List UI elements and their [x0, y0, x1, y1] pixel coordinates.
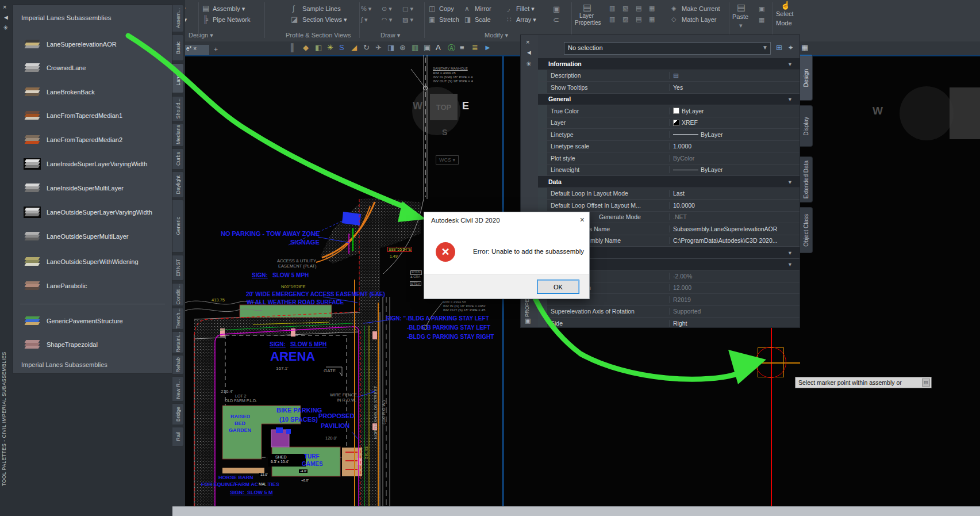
toolbar-icon[interactable]: ◆	[303, 43, 309, 52]
close-icon[interactable]: ×	[193, 45, 197, 52]
tab-rehab[interactable]: Rehab	[172, 355, 184, 374]
ribbon-button[interactable]: Properties	[575, 20, 601, 26]
ribbon-icon[interactable]: ▦	[759, 16, 764, 24]
toolbar-icon[interactable]: ◢	[351, 43, 357, 52]
tab-daylight[interactable]: Daylight	[172, 171, 184, 198]
ribbon-icon[interactable]: ▨	[622, 16, 628, 23]
ribbon-icon[interactable]: ▧	[622, 5, 628, 12]
autohide-icon[interactable]: ◄	[526, 49, 532, 56]
property-value[interactable]: XREF	[669, 119, 800, 126]
viewcube-east[interactable]: E	[462, 100, 469, 112]
ribbon-icon[interactable]: ▦	[649, 5, 655, 12]
toolbar-icon[interactable]: A	[436, 43, 441, 52]
ribbon-button[interactable]: Paste	[732, 13, 748, 20]
toolbar-icon[interactable]: ⊛	[399, 43, 406, 52]
property-value[interactable]: 12.000	[669, 284, 800, 291]
select-objects-icon[interactable]: ⌖	[789, 43, 793, 52]
toolbar-icon[interactable]: ◨	[387, 43, 394, 52]
tab-design[interactable]: Design	[800, 55, 813, 101]
ribbon-icon[interactable]: ▤	[583, 2, 591, 13]
toolbar-icon[interactable]: ≣	[472, 43, 478, 52]
chevron-down-icon[interactable]: ▾	[789, 95, 791, 102]
tab-should[interactable]: Should...	[172, 96, 184, 121]
ribbon-icon[interactable]: ∫ ▾	[361, 16, 368, 24]
tab-basic[interactable]: Basic	[172, 35, 184, 61]
quick-select-icon[interactable]: ▦	[801, 43, 808, 52]
tab-generic[interactable]: Generic	[172, 200, 184, 253]
toolbar-icon[interactable]: ↻	[363, 43, 370, 52]
ribbon-button[interactable]: Fillet ▾	[516, 5, 535, 13]
ribbon-icon[interactable]: ◈	[671, 5, 676, 12]
ribbon-button[interactable]: Select	[776, 10, 794, 17]
ok-button[interactable]: OK	[537, 280, 579, 294]
tab-curbs[interactable]: Curbs	[172, 148, 184, 170]
chevron-down-icon[interactable]: ▾	[789, 261, 791, 267]
close-icon[interactable]: ×	[526, 39, 529, 45]
drawing-file-tab[interactable]: e* ×	[184, 45, 209, 55]
toolbar-icon[interactable]: ▥	[412, 43, 418, 52]
ribbon-icon[interactable]: ◇	[671, 16, 676, 23]
ribbon-icon[interactable]: ╠	[203, 15, 208, 24]
ribbon-button[interactable]: Mode	[776, 20, 792, 26]
toolbar-icon[interactable]: ✳	[327, 43, 333, 52]
toolbar-icon[interactable]: S	[339, 43, 344, 52]
property-value[interactable]: ByColor	[669, 155, 800, 162]
tab-object-class[interactable]: Object Class	[800, 207, 813, 253]
chevron-down-icon[interactable]: ▾	[789, 60, 791, 67]
property-value[interactable]: Subassembly.LaneSuperelevationAOR	[669, 225, 800, 232]
tab-retaini[interactable]: Retaini...	[172, 331, 184, 353]
property-value[interactable]: 10.0000	[669, 202, 800, 209]
ribbon-icon[interactable]: ▢ ▾	[402, 5, 413, 13]
chevron-down-icon[interactable]: ▾	[789, 249, 791, 256]
property-value[interactable]: 1.0000	[669, 143, 800, 150]
new-tab-button[interactable]: +	[214, 45, 218, 53]
toolbar-icon[interactable]: ▌	[291, 43, 296, 52]
property-value[interactable]: ByLayer	[669, 108, 800, 114]
ribbon-button[interactable]: Assembly ▾	[213, 5, 245, 13]
gear-icon[interactable]: ✳	[3, 24, 8, 32]
ribbon-icon[interactable]: ▤	[737, 2, 745, 13]
ribbon-icon[interactable]: ∷	[507, 16, 512, 24]
toolbar-icon[interactable]: ►	[484, 43, 491, 52]
ribbon-button[interactable]: Sample Lines	[302, 5, 341, 12]
ribbon-button[interactable]: Layer	[579, 13, 594, 19]
ribbon-icon[interactable]: ◨	[464, 16, 471, 24]
ribbon-button[interactable]: Scale	[475, 16, 491, 23]
property-section-header[interactable]: Data▾	[538, 176, 800, 188]
close-icon[interactable]: ×	[3, 3, 6, 10]
ribbon-icon[interactable]: ◪	[291, 15, 298, 24]
property-value[interactable]: ByLayer	[669, 166, 800, 173]
chevron-down-icon[interactable]: ▾	[789, 178, 791, 185]
ribbon-icon[interactable]: ▥	[609, 16, 615, 23]
property-value[interactable]: R2019	[669, 296, 800, 303]
tab-conditi[interactable]: Conditi...	[172, 283, 184, 306]
ribbon-icon[interactable]: ▣	[429, 16, 435, 24]
ribbon-icon[interactable]: ▤	[202, 4, 209, 13]
selection-dropdown[interactable]: No selection▼	[564, 42, 771, 55]
property-value[interactable]: Right	[669, 320, 800, 327]
tab-bridge[interactable]: Bridge	[172, 403, 184, 425]
ribbon-button[interactable]: Make Current	[682, 5, 720, 12]
ribbon-icon[interactable]: ▾	[739, 22, 743, 29]
toolbar-icon[interactable]: ✈	[375, 43, 382, 52]
property-section-header[interactable]: General▾	[538, 94, 800, 106]
ribbon-icon[interactable]: % ▾	[361, 5, 371, 13]
ribbon-icon[interactable]: ⊂	[553, 16, 559, 24]
property-value[interactable]: .NET	[669, 213, 800, 220]
ribbon-icon[interactable]: ∫	[293, 4, 295, 13]
tab-medians[interactable]: Medians	[172, 123, 184, 147]
ribbon-icon[interactable]: ◫	[429, 5, 435, 13]
property-value[interactable]: ByLayer	[669, 131, 800, 138]
ribbon-icon[interactable]: ▥	[609, 5, 615, 12]
ribbon-icon[interactable]: ▨ ▾	[402, 16, 413, 24]
ribbon-button[interactable]: Section Views ▾	[302, 16, 347, 24]
tab-extended-data[interactable]: Extended Data	[800, 156, 813, 202]
ribbon-button[interactable]: Pipe Network	[213, 16, 250, 23]
tab-lanes[interactable]: Lanes	[172, 63, 184, 93]
property-value[interactable]: C:\ProgramData\Autodesk\C3D 2020...	[669, 237, 800, 244]
ribbon-icon[interactable]: ∧	[464, 5, 470, 13]
ribbon-icon[interactable]: ☝	[781, 1, 790, 10]
toggle-pickadd-icon[interactable]: ⊞	[776, 43, 782, 52]
ribbon-icon[interactable]: ▣	[759, 5, 764, 13]
ribbon-icon[interactable]: ▤	[636, 16, 641, 23]
